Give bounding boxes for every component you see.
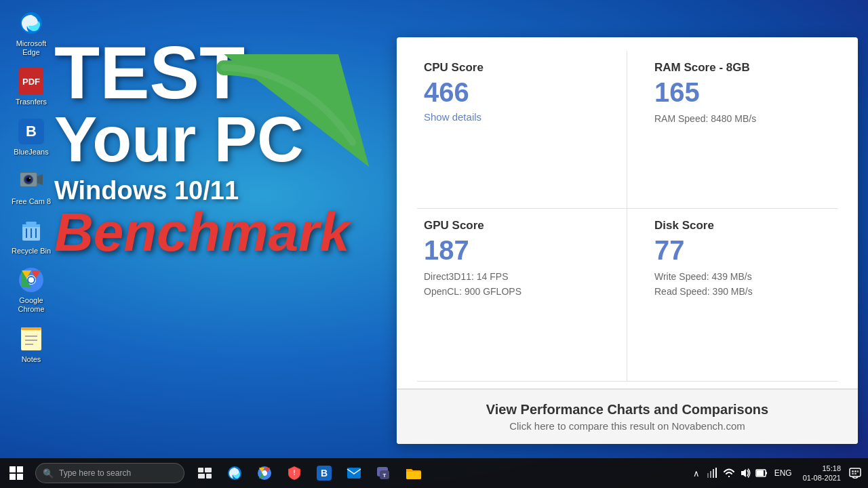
ram-score-detail: RAM Speed: 8480 MB/s <box>654 111 831 126</box>
svg-point-7 <box>29 178 31 179</box>
edge-label: Microsoft Edge <box>9 39 53 57</box>
recycle-bin-icon[interactable]: Recycle Bin <box>7 214 56 258</box>
cpu-score-value: 466 <box>424 79 599 106</box>
notes-label: Notes <box>22 355 41 364</box>
svg-rect-36 <box>347 468 361 479</box>
microsoft-edge-icon[interactable]: Microsoft Edge <box>7 7 56 60</box>
freecam-icon[interactable]: Free Cam 8 <box>7 165 56 209</box>
start-button[interactable] <box>0 458 33 488</box>
svg-rect-27 <box>17 474 23 480</box>
taskbar-mail[interactable] <box>339 458 369 488</box>
taskbar-teams[interactable]: T <box>369 458 399 488</box>
svg-rect-19 <box>21 327 41 330</box>
svg-text:!: ! <box>293 469 295 476</box>
svg-rect-28 <box>198 468 203 472</box>
svg-point-17 <box>28 277 34 283</box>
benchmark-heading: Benchmark <box>54 205 407 260</box>
taskbar-chrome[interactable] <box>250 458 279 488</box>
battery-icon[interactable] <box>755 468 768 479</box>
svg-text:T: T <box>383 472 387 479</box>
svg-rect-53 <box>854 473 856 474</box>
google-chrome-icon[interactable]: Google Chrome <box>7 264 56 317</box>
language-indicator[interactable]: ENG <box>772 468 795 478</box>
gpu-score-title: GPU Score <box>424 219 599 232</box>
svg-rect-51 <box>857 470 859 472</box>
benchmark-panel: CPU Score 466 Show details RAM Score - 8… <box>397 37 858 444</box>
clock[interactable]: 15:18 01-08-2021 <box>799 464 845 483</box>
svg-rect-25 <box>17 466 23 472</box>
search-icon: 🔍 <box>43 468 54 479</box>
taskbar-explorer[interactable] <box>399 458 429 488</box>
svg-rect-30 <box>198 474 205 479</box>
taskbar-right: ∧ ENG <box>690 458 868 488</box>
taskbar-edge[interactable] <box>220 458 250 488</box>
footer-title: View Performance Charts and Comparisons <box>417 402 837 418</box>
taskbar-bluejeans[interactable]: B <box>309 458 339 488</box>
svg-rect-52 <box>852 473 854 474</box>
gpu-score-section: GPU Score 187 Direct3D11: 14 FPS OpenCL:… <box>417 209 627 382</box>
ram-score-section: RAM Score - 8GB 165 RAM Speed: 8480 MB/s <box>627 51 837 209</box>
show-details-link[interactable]: Show details <box>424 111 481 123</box>
svg-rect-47 <box>757 470 764 476</box>
svg-marker-44 <box>741 469 746 477</box>
svg-rect-24 <box>9 466 16 472</box>
action-center-icon[interactable] <box>849 468 861 479</box>
svg-rect-9 <box>22 224 40 227</box>
panel-footer[interactable]: View Performance Charts and Comparisons … <box>397 388 858 444</box>
svg-rect-29 <box>205 468 212 472</box>
taskbar-search[interactable]: 🔍 Type here to search <box>35 463 184 483</box>
taskbar-shield[interactable]: ! <box>279 458 309 488</box>
bluejeans-icon[interactable]: B BlueJeans <box>7 115 56 159</box>
notes-icon[interactable]: Notes <box>7 323 56 367</box>
desktop-icons: Microsoft Edge PDF Trasnfers B BlueJeans <box>7 7 56 367</box>
cpu-score-section: CPU Score 466 Show details <box>417 51 627 209</box>
svg-rect-40 <box>707 473 709 478</box>
recycle-bin-label: Recycle Bin <box>12 247 51 256</box>
svg-rect-49 <box>852 470 854 472</box>
svg-rect-46 <box>766 472 767 474</box>
chrome-label: Google Chrome <box>9 296 53 314</box>
disk-score-detail: Write Speed: 439 MB/s Read Speed: 390 MB… <box>654 269 831 300</box>
chevron-up-icon[interactable]: ∧ <box>690 468 703 479</box>
ram-score-value: 165 <box>654 79 831 106</box>
svg-marker-3 <box>37 174 43 185</box>
svg-rect-42 <box>713 469 714 478</box>
scores-grid: CPU Score 466 Show details RAM Score - 8… <box>397 37 858 388</box>
desktop: Microsoft Edge PDF Trasnfers B BlueJeans <box>0 0 868 488</box>
volume-icon[interactable] <box>739 468 751 479</box>
svg-rect-50 <box>854 470 856 472</box>
disk-score-section: Disk Score 77 Write Speed: 439 MB/s Read… <box>627 209 837 382</box>
gpu-score-value: 187 <box>424 237 599 264</box>
svg-rect-43 <box>715 468 717 478</box>
cpu-score-title: CPU Score <box>424 61 599 75</box>
footer-subtitle: Click here to compare this result on Nov… <box>417 420 837 432</box>
bluejeans-label: BlueJeans <box>14 148 48 157</box>
svg-rect-31 <box>206 474 212 479</box>
taskbar: 🔍 Type here to search <box>0 458 868 488</box>
svg-rect-18 <box>21 327 41 350</box>
taskview-button[interactable] <box>190 458 220 488</box>
wifi-icon[interactable] <box>723 468 735 479</box>
network-icon[interactable] <box>707 468 719 479</box>
ram-score-title: RAM Score - 8GB <box>654 61 831 75</box>
transfers-label: Trasnfers <box>16 98 47 106</box>
arrow-graphic <box>203 54 393 190</box>
svg-rect-41 <box>710 471 711 478</box>
disk-score-title: Disk Score <box>654 219 831 232</box>
disk-score-value: 77 <box>654 237 831 264</box>
search-placeholder: Type here to search <box>59 468 131 478</box>
gpu-score-detail: Direct3D11: 14 FPS OpenCL: 900 GFLOPS <box>424 269 599 300</box>
svg-rect-26 <box>9 474 16 480</box>
freecam-label: Free Cam 8 <box>12 197 51 206</box>
transfers-icon[interactable]: PDF Trasnfers <box>7 65 56 109</box>
taskbar-apps: ! B T <box>190 458 429 488</box>
